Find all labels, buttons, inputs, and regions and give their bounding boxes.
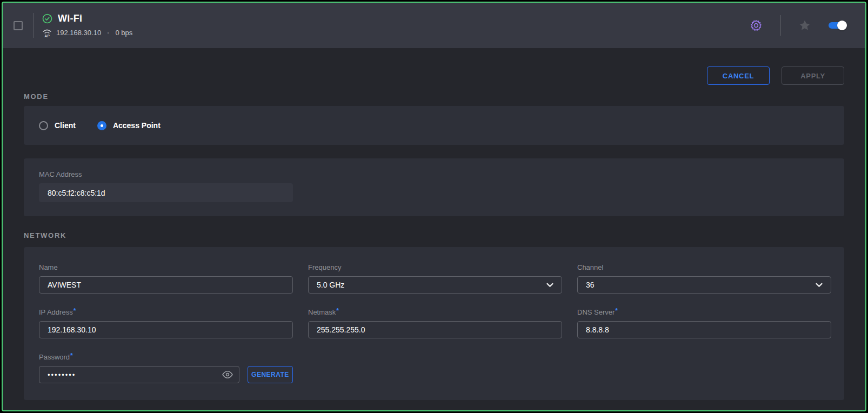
chevron-down-icon	[546, 283, 553, 288]
form-field-channel: Channel 36	[577, 262, 831, 294]
device-ip: 192.168.30.10	[56, 29, 101, 37]
bitrate: 0 bps	[115, 29, 132, 37]
password-label: Password	[39, 353, 70, 361]
empty-cell	[308, 352, 562, 383]
ip-address-label: IP Address	[39, 308, 73, 316]
frequency-label: Frequency	[308, 263, 341, 271]
radio-client-label: Client	[55, 121, 76, 130]
required-marker: *	[74, 307, 76, 315]
mode-option-access-point[interactable]: Access Point	[97, 121, 161, 130]
name-input[interactable]	[39, 276, 293, 294]
eye-icon[interactable]	[222, 369, 233, 381]
settings-form: CANCEL APPLY MODE Client Access Point MA…	[3, 66, 865, 400]
title-block: Wi-Fi AP 192.168.30.10 · 0 bps	[42, 13, 132, 38]
form-field-password: Password* GENERATE	[39, 352, 293, 383]
apply-button[interactable]: APPLY	[782, 66, 844, 85]
dns-server-input[interactable]	[577, 321, 831, 338]
page-title: Wi-Fi	[58, 13, 82, 24]
required-marker: *	[70, 352, 73, 359]
netmask-input[interactable]	[308, 321, 562, 338]
mode-card: Client Access Point	[24, 106, 844, 145]
select-checkbox[interactable]	[14, 21, 23, 30]
generate-button[interactable]: GENERATE	[248, 366, 293, 383]
empty-cell	[577, 352, 831, 383]
channel-label: Channel	[577, 263, 603, 271]
mac-address-value: 80:c5:f2:c8:c5:1d	[39, 183, 293, 202]
cancel-button[interactable]: CANCEL	[707, 66, 770, 85]
svg-text:AP: AP	[44, 34, 50, 38]
form-actions: CANCEL APPLY	[24, 66, 844, 85]
mac-address-label: MAC Address	[39, 170, 829, 178]
gear-icon[interactable]	[749, 18, 763, 32]
header-divider	[780, 15, 781, 36]
dns-server-label: DNS Server	[577, 308, 615, 316]
mode-option-client[interactable]: Client	[39, 121, 76, 130]
required-marker: *	[615, 307, 618, 315]
netmask-label: Netmask	[308, 308, 336, 316]
form-field-dns-server: DNS Server*	[577, 307, 831, 338]
radio-access-point-icon[interactable]	[97, 121, 106, 130]
frequency-select[interactable]: 5.0 GHz	[308, 276, 562, 294]
password-input[interactable]	[39, 366, 239, 383]
star-icon[interactable]	[798, 19, 811, 32]
radio-client-icon[interactable]	[39, 121, 48, 130]
header-divider	[33, 13, 34, 38]
radio-access-point-label: Access Point	[113, 121, 161, 130]
dot-separator: ·	[107, 29, 109, 37]
channel-select[interactable]: 36	[577, 276, 831, 294]
toggle-knob	[837, 21, 847, 30]
form-field-ip-address: IP Address*	[39, 307, 293, 338]
wifi-settings-panel: Wi-Fi AP 192.168.30.10 · 0 bps	[2, 2, 866, 411]
ip-address-input[interactable]	[39, 321, 293, 338]
header-bar: Wi-Fi AP 192.168.30.10 · 0 bps	[3, 3, 865, 48]
form-field-frequency: Frequency 5.0 GHz	[308, 262, 562, 294]
network-card: Name Frequency 5.0 GHz Channel 36	[24, 247, 844, 400]
checkbox-column	[3, 21, 33, 30]
mac-card: MAC Address 80:c5:f2:c8:c5:1d	[24, 158, 844, 216]
mode-section-label: MODE	[24, 92, 844, 101]
enable-toggle[interactable]	[829, 22, 846, 29]
name-label: Name	[39, 263, 58, 271]
wifi-ap-icon: AP	[42, 27, 52, 38]
form-field-netmask: Netmask*	[308, 307, 562, 338]
frequency-value: 5.0 GHz	[317, 281, 344, 289]
required-marker: *	[336, 307, 339, 315]
chevron-down-icon	[816, 283, 823, 288]
check-circle-icon	[42, 14, 52, 24]
form-field-name: Name	[39, 262, 293, 294]
channel-value: 36	[586, 281, 595, 289]
network-section-label: NETWORK	[24, 231, 844, 239]
header-actions	[749, 15, 865, 36]
password-input-wrap	[39, 366, 239, 383]
